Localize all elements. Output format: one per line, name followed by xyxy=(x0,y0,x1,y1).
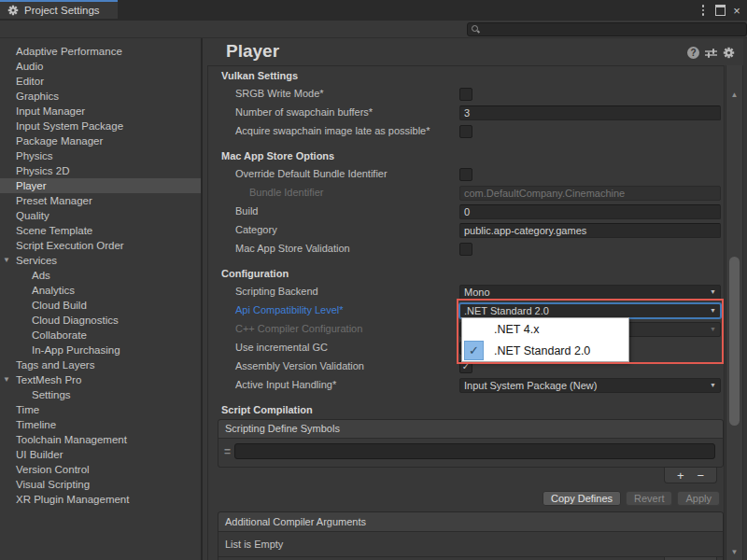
override-default-bundle-identifier-checkbox[interactable] xyxy=(459,168,472,181)
sidebar-item-label: Editor xyxy=(16,76,44,87)
title-bar: Project Settings × xyxy=(0,0,747,21)
sidebar-item-label: Input System Package xyxy=(16,120,123,132)
srgb-write-mode-checkbox[interactable] xyxy=(459,88,472,101)
sidebar-item-adaptive-performance[interactable]: Adaptive Performance xyxy=(0,44,217,59)
sidebar-item-package-manager[interactable]: Package Manager xyxy=(0,133,217,148)
setting-label: Active Input Handling* xyxy=(235,379,336,390)
sidebar-item-analytics[interactable]: Analytics xyxy=(0,283,233,298)
menu-item-label: .NET 4.x xyxy=(494,323,539,336)
remove-button[interactable]: − xyxy=(698,469,705,482)
setting-label: Build xyxy=(235,205,258,217)
list-add-remove-controls: + − xyxy=(664,468,717,483)
sidebar-item-label: Toolchain Management xyxy=(16,434,127,445)
sidebar-item-time[interactable]: Time xyxy=(0,402,217,417)
acquire-swapchain-image-late-as-possible-checkbox[interactable] xyxy=(459,125,472,138)
setting-label: Override Default Bundle Identifier xyxy=(235,168,388,179)
sidebar-item-label: Timeline xyxy=(16,419,56,430)
sidebar-item-graphics[interactable]: Graphics xyxy=(0,89,217,104)
add-button[interactable]: + xyxy=(677,469,684,482)
category-field[interactable]: public.app-category.games xyxy=(459,223,721,238)
number-of-swapchain-buffers-field[interactable]: 3 xyxy=(459,105,721,120)
scroll-down-icon[interactable]: ▼ xyxy=(726,548,742,556)
sidebar-item-cloud-build[interactable]: Cloud Build xyxy=(0,298,233,313)
apply-button[interactable]: Apply xyxy=(677,491,720,506)
gear-icon[interactable] xyxy=(723,47,735,59)
scripting-define-symbols-header: Scripting Define Symbols xyxy=(218,420,723,439)
sidebar-item-preset-manager[interactable]: Preset Manager xyxy=(0,193,217,208)
foldout-arrow-icon[interactable]: ▼ xyxy=(3,253,10,268)
sidebar-item-collaborate[interactable]: Collaborate xyxy=(0,328,233,343)
sidebar-item-tags-and-layers[interactable]: Tags and Layers xyxy=(0,357,217,372)
sidebar-item-audio[interactable]: Audio xyxy=(0,59,217,74)
check-cell xyxy=(464,319,484,339)
drag-handle-icon[interactable]: = xyxy=(224,445,231,458)
revert-button[interactable]: Revert xyxy=(626,491,672,506)
search-input[interactable] xyxy=(483,23,739,35)
sidebar-item-timeline[interactable]: Timeline xyxy=(0,417,217,432)
additional-compiler-arguments-box: Additional Compiler Arguments List is Em… xyxy=(218,511,724,560)
maximize-icon[interactable] xyxy=(712,2,728,19)
scroll-up-icon[interactable]: ▲ xyxy=(726,91,742,99)
settings-scroll-view: Vulkan SettingsSRGB Write Mode*Number of… xyxy=(207,65,725,560)
sidebar-item-textmesh-pro[interactable]: ▼TextMesh Pro xyxy=(0,372,217,387)
sidebar-item-label: Services xyxy=(16,255,57,266)
sidebar-item-version-control[interactable]: Version Control xyxy=(0,462,217,477)
menu-item-label: .NET Standard 2.0 xyxy=(494,344,590,357)
assembly-version-validation-checkbox[interactable]: ✓ xyxy=(459,360,472,373)
chevron-down-icon: ▼ xyxy=(710,286,716,299)
active-input-handling-dropdown[interactable]: Input System Package (New)▼ xyxy=(459,378,721,393)
sidebar-item-physics[interactable]: Physics xyxy=(0,148,217,163)
menu-item-net-4-x[interactable]: .NET 4.x xyxy=(462,318,628,340)
sidebar-item-input-manager[interactable]: Input Manager xyxy=(0,104,217,119)
sidebar-item-visual-scripting[interactable]: Visual Scripting xyxy=(0,477,217,492)
bundle-identifier-field[interactable]: com.DefaultCompany.Cinemachine xyxy=(459,186,721,201)
setting-row-mac-app-store-validation: Mac App Store Validation xyxy=(208,240,724,259)
sidebar-item-label: Time xyxy=(16,404,39,415)
sidebar-item-label: UI Builder xyxy=(16,449,63,460)
sidebar-item-label: Version Control xyxy=(16,464,90,475)
kebab-menu-icon[interactable] xyxy=(695,2,712,19)
sidebar-item-player[interactable]: Player xyxy=(0,178,217,193)
sidebar-item-settings[interactable]: Settings xyxy=(0,387,233,402)
api-compatibility-level-dropdown[interactable]: .NET Standard 2.0▼ xyxy=(459,303,721,318)
sidebar-item-in-app-purchasing[interactable]: In-App Purchasing xyxy=(0,343,233,357)
sidebar-item-script-execution-order[interactable]: Script Execution Order xyxy=(0,238,217,253)
scripting-backend-dropdown[interactable]: Mono▼ xyxy=(459,285,721,300)
close-icon[interactable]: × xyxy=(728,2,745,19)
sidebar-item-services[interactable]: ▼Services xyxy=(0,253,217,268)
scrollbar-thumb[interactable] xyxy=(729,257,740,426)
sidebar-item-editor[interactable]: Editor xyxy=(0,74,217,89)
search-icon xyxy=(472,25,480,34)
sidebar-item-ads[interactable]: Ads xyxy=(0,268,233,283)
page-title: Player xyxy=(226,41,279,62)
sidebar-item-toolchain-management[interactable]: Toolchain Management xyxy=(0,432,217,447)
sidebar-item-physics-2d[interactable]: Physics 2D xyxy=(0,163,217,178)
sidebar-item-label: Cloud Diagnostics xyxy=(32,315,119,326)
sidebar-item-xr-plugin-management[interactable]: XR Plugin Management xyxy=(0,492,217,507)
setting-label: Acquire swapchain image late as possible… xyxy=(235,125,430,136)
setting-label: Assembly Version Validation xyxy=(235,360,364,371)
setting-row-acquire-swapchain-image-late-as-possible: Acquire swapchain image late as possible… xyxy=(208,122,724,141)
search-box[interactable] xyxy=(467,22,747,36)
sidebar-item-quality[interactable]: Quality xyxy=(0,208,217,223)
presets-icon[interactable] xyxy=(705,48,717,59)
copy-defines-button[interactable]: Copy Defines xyxy=(543,491,621,506)
vertical-scrollbar[interactable]: ▲ ▼ xyxy=(726,65,743,560)
section-header: Script Compilation xyxy=(208,402,724,419)
sidebar-item-cloud-diagnostics[interactable]: Cloud Diagnostics xyxy=(0,313,233,328)
setting-label: Category xyxy=(235,224,277,235)
define-symbol-input[interactable] xyxy=(234,443,715,459)
chevron-down-icon: ▼ xyxy=(710,323,716,336)
foldout-arrow-icon[interactable]: ▼ xyxy=(3,372,10,387)
sidebar-item-scene-template[interactable]: Scene Template xyxy=(0,223,217,238)
sidebar-item-label: Input Manager xyxy=(16,105,85,117)
sidebar-item-ui-builder[interactable]: UI Builder xyxy=(0,447,217,462)
menu-item-net-standard-2-0[interactable]: ✓.NET Standard 2.0 xyxy=(462,340,628,361)
sidebar-item-input-system-package[interactable]: Input System Package xyxy=(0,119,217,133)
mac-app-store-validation-checkbox[interactable] xyxy=(459,243,472,256)
sidebar-item-label: Physics xyxy=(16,150,53,161)
tab-project-settings[interactable]: Project Settings xyxy=(0,0,118,19)
build-field[interactable]: 0 xyxy=(459,204,721,219)
help-icon[interactable]: ? xyxy=(687,47,699,59)
setting-label: Scripting Backend xyxy=(235,286,318,297)
